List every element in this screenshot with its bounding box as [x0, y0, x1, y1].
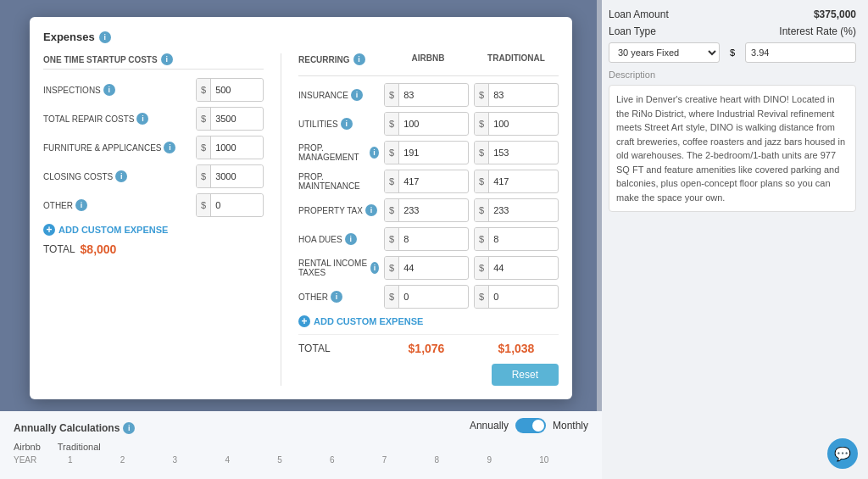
- col-6: 6: [330, 455, 379, 465]
- recurring-section: RECURRING i AIRBNB TRADITIONAL INSURANCE…: [298, 53, 559, 386]
- rental-taxes-airbnb-input[interactable]: [399, 257, 450, 279]
- utilities-label: UTILITIES i: [298, 118, 379, 130]
- column-divider: [281, 53, 281, 386]
- annually-label: Annually: [470, 420, 509, 432]
- closing-costs-label: CLOSING COSTS i: [43, 170, 192, 182]
- repair-info-icon[interactable]: i: [136, 113, 148, 125]
- modal-header: Expenses i: [43, 31, 559, 43]
- recurring-header-row: RECURRING i AIRBNB TRADITIONAL: [298, 53, 559, 69]
- add-custom-startup-button[interactable]: + ADD CUSTOM EXPENSE: [43, 224, 168, 236]
- prop-management-info-icon[interactable]: i: [370, 147, 379, 159]
- insurance-airbnb-group: $: [384, 83, 469, 107]
- prop-management-airbnb-input[interactable]: [399, 142, 450, 164]
- prop-maintenance-airbnb-input[interactable]: [399, 170, 450, 192]
- furniture-prefix: $: [197, 136, 211, 159]
- airbnb-col-header: AIRBNB: [386, 53, 470, 69]
- toggle-row: Annually Monthly: [470, 418, 588, 433]
- startup-total-row: TOTAL $8,000: [43, 242, 264, 256]
- prop-management-traditional-input[interactable]: [489, 142, 540, 164]
- bottom-section: Annually Calculations i Annually Monthly…: [0, 411, 602, 479]
- startup-info-icon[interactable]: i: [161, 53, 173, 65]
- property-tax-traditional-input[interactable]: [489, 199, 540, 221]
- annually-calculations-label: Annually Calculations: [14, 422, 120, 434]
- loan-amount-label: Loan Amount: [609, 8, 669, 20]
- utilities-info-icon[interactable]: i: [341, 118, 353, 130]
- expenses-info-icon[interactable]: i: [99, 31, 111, 43]
- hoa-dues-row: HOA DUES i $ $: [298, 227, 559, 251]
- airbnb-label: Airbnb: [14, 442, 41, 452]
- expenses-modal: Expenses i ONE TIME STARTUP COSTS i INSP…: [30, 17, 572, 399]
- startup-total-value: $8,000: [81, 242, 117, 256]
- inspections-info-icon[interactable]: i: [103, 84, 115, 96]
- col-2: 2: [120, 455, 170, 465]
- monthly-label: Monthly: [553, 420, 588, 432]
- utilities-airbnb-input[interactable]: [399, 113, 450, 135]
- interest-rate-input[interactable]: [745, 42, 856, 63]
- other-recurring-info-icon[interactable]: i: [331, 291, 342, 303]
- other-recurring-row: OTHER i $ $: [298, 285, 559, 309]
- loan-type-select[interactable]: 30 years Fixed: [609, 42, 720, 63]
- loan-type-label: Loan Type: [609, 25, 656, 37]
- utilities-traditional-input[interactable]: [489, 113, 540, 135]
- inspections-input[interactable]: [211, 79, 262, 101]
- recurring-total-label: TOTAL: [298, 343, 379, 354]
- insurance-airbnb-input[interactable]: [399, 84, 450, 106]
- rental-taxes-info-icon[interactable]: i: [370, 262, 379, 274]
- property-tax-info-icon[interactable]: i: [365, 204, 377, 216]
- prop-management-label: PROP. MANAGEMENT i: [298, 143, 379, 162]
- other-traditional-input[interactable]: [489, 286, 540, 308]
- prop-management-row: PROP. MANAGEMENT i $ $: [298, 141, 559, 164]
- other-traditional-group: $: [474, 285, 559, 309]
- startup-costs-section: ONE TIME STARTUP COSTS i INSPECTIONS i $: [43, 53, 264, 386]
- hoa-traditional-input[interactable]: [489, 228, 540, 250]
- furniture-input-group: $: [196, 136, 264, 159]
- col-4: 4: [225, 455, 274, 465]
- inspections-prefix: $: [197, 79, 211, 101]
- recurring-info-icon[interactable]: i: [353, 53, 365, 65]
- startup-costs-header: ONE TIME STARTUP COSTS i: [43, 53, 264, 70]
- inspections-label: INSPECTIONS i: [43, 84, 192, 96]
- closing-info-icon[interactable]: i: [115, 170, 127, 182]
- rental-taxes-traditional-group: $: [474, 256, 559, 280]
- loan-amount-value: $375,000: [814, 8, 856, 20]
- insurance-traditional-group: $: [474, 83, 559, 107]
- insurance-info-icon[interactable]: i: [351, 89, 363, 101]
- annually-monthly-toggle[interactable]: [515, 418, 546, 433]
- insurance-traditional-input[interactable]: [489, 84, 540, 106]
- year-col-header: YEAR: [14, 455, 64, 465]
- hoa-traditional-group: $: [474, 227, 559, 251]
- chat-bubble-button[interactable]: 💬: [827, 438, 858, 469]
- prop-maintenance-traditional-input[interactable]: [489, 170, 540, 192]
- other-startup-info-icon[interactable]: i: [75, 199, 87, 211]
- insurance-row: INSURANCE i $ $: [298, 83, 559, 107]
- repair-costs-input[interactable]: [211, 108, 262, 130]
- hoa-dues-info-icon[interactable]: i: [345, 233, 357, 245]
- plus-circle-recurring: +: [298, 315, 310, 327]
- plus-circle-startup: +: [43, 224, 55, 236]
- property-tax-airbnb-input[interactable]: [399, 199, 450, 221]
- utilities-row: UTILITIES i $ $: [298, 112, 559, 136]
- furniture-info-icon[interactable]: i: [164, 142, 175, 153]
- closing-costs-input[interactable]: [211, 165, 262, 187]
- chat-icon: 💬: [834, 446, 851, 462]
- other-startup-prefix: $: [197, 194, 211, 216]
- traditional-total-value: $1,038: [474, 342, 559, 355]
- other-airbnb-input[interactable]: [399, 286, 450, 308]
- closing-costs-input-group: $: [196, 164, 264, 188]
- other-startup-row: OTHER i $: [43, 193, 264, 217]
- add-custom-recurring-button[interactable]: + ADD CUSTOM EXPENSE: [298, 315, 423, 327]
- inspections-input-group: $: [196, 78, 264, 102]
- property-tax-row: PROPERTY TAX i $ $: [298, 198, 559, 222]
- annually-info-icon[interactable]: i: [123, 422, 135, 434]
- rental-taxes-traditional-input[interactable]: [489, 257, 540, 279]
- other-startup-input[interactable]: [211, 194, 262, 216]
- prop-management-airbnb-group: $: [384, 141, 469, 164]
- repair-costs-input-group: $: [196, 107, 264, 131]
- startup-total-label: TOTAL: [43, 243, 75, 255]
- col-3: 3: [173, 455, 222, 465]
- modal-overlay: Expenses i ONE TIME STARTUP COSTS i INSP…: [0, 0, 602, 479]
- reset-button[interactable]: Reset: [492, 364, 559, 386]
- closing-costs-row: CLOSING COSTS i $: [43, 164, 264, 188]
- hoa-airbnb-input[interactable]: [399, 228, 450, 250]
- furniture-input[interactable]: [211, 136, 262, 159]
